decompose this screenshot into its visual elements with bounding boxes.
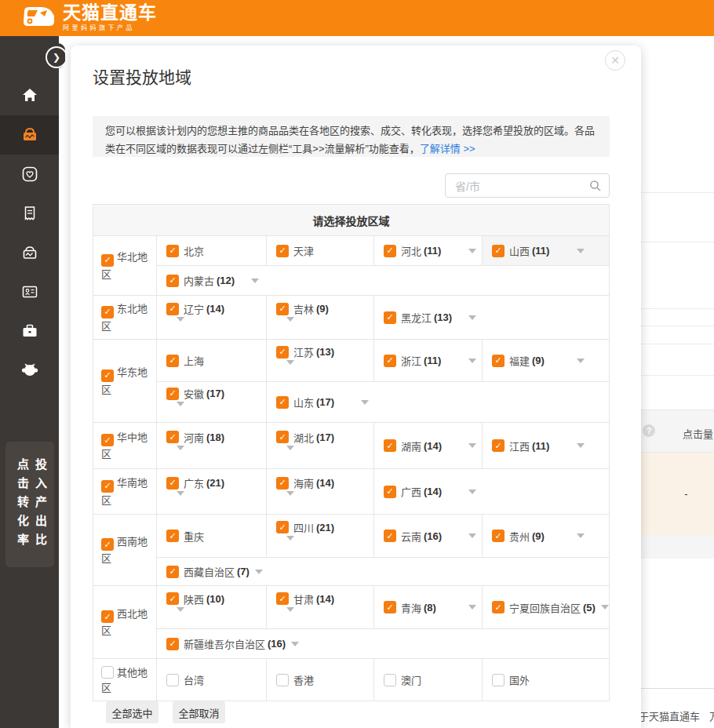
checkbox[interactable]: ✓ <box>492 601 505 613</box>
sidebar-item-id-card[interactable] <box>0 272 59 311</box>
checkbox[interactable]: ✓ <box>166 355 179 367</box>
select-all-button[interactable]: 全部选中 <box>106 701 158 723</box>
province-cell[interactable]: ✓河北(11) <box>374 236 483 265</box>
chevron-down-icon[interactable] <box>291 642 299 646</box>
checkbox[interactable]: ✓ <box>384 486 396 498</box>
checkbox[interactable]: ✓ <box>166 477 179 490</box>
checkbox[interactable]: ✓ <box>276 396 289 409</box>
chevron-down-icon[interactable] <box>177 317 184 333</box>
chevron-down-icon[interactable] <box>361 400 369 405</box>
chevron-down-icon[interactable] <box>601 605 609 610</box>
province-cell[interactable]: 台湾 <box>157 659 267 701</box>
chevron-down-icon[interactable] <box>177 607 184 624</box>
checkbox[interactable]: ✓ <box>166 638 179 650</box>
chevron-down-icon[interactable] <box>286 491 294 508</box>
checkbox[interactable]: ✓ <box>101 538 114 551</box>
checkbox[interactable]: ✓ <box>276 477 289 490</box>
sidebar-item-bills[interactable] <box>0 194 59 233</box>
checkbox[interactable]: ✓ <box>101 306 114 318</box>
region-label-cell[interactable]: ✓西南地区 <box>93 515 157 585</box>
checkbox[interactable]: ✓ <box>384 245 396 257</box>
sidebar-item-favorites[interactable] <box>0 155 59 194</box>
sidebar-item-campaign[interactable] <box>0 115 59 155</box>
checkbox[interactable]: ✓ <box>384 601 396 613</box>
chevron-down-icon[interactable] <box>468 315 476 320</box>
checkbox[interactable]: ✓ <box>492 530 505 542</box>
checkbox[interactable]: ✓ <box>276 431 289 443</box>
close-icon[interactable]: ✕ <box>605 50 625 71</box>
province-cell[interactable]: ✓湖南(14) <box>374 423 483 468</box>
region-label-cell[interactable]: ✓华南地区 <box>93 469 157 514</box>
province-cell[interactable]: ✓浙江(11) <box>374 340 483 381</box>
chevron-down-icon[interactable] <box>177 402 184 418</box>
province-cell[interactable]: ✓山东(17) <box>267 382 609 422</box>
checkbox[interactable]: ✓ <box>276 303 289 315</box>
province-cell[interactable]: ✓福建(9) <box>483 340 609 381</box>
sidebar-item-shop-analytics[interactable] <box>0 233 59 272</box>
province-cell[interactable]: ✓广西(14) <box>374 469 609 514</box>
checkbox[interactable]: ✓ <box>166 530 179 542</box>
help-icon[interactable]: ? <box>643 424 655 437</box>
checkbox[interactable]: ✓ <box>166 388 179 400</box>
province-cell[interactable]: ✓黑龙江(13) <box>374 296 609 339</box>
checkbox[interactable] <box>276 674 289 686</box>
province-cell[interactable]: 澳门 <box>374 659 483 701</box>
province-cell[interactable]: ✓河南(18) <box>157 423 267 468</box>
sidebar-item-tmall-cat[interactable] <box>0 351 59 390</box>
province-cell[interactable]: ✓江苏(13) <box>267 340 374 381</box>
chevron-down-icon[interactable] <box>468 533 476 538</box>
province-cell[interactable]: ✓西藏自治区(7) <box>157 558 609 585</box>
checkbox[interactable]: ✓ <box>384 355 396 367</box>
chevron-down-icon[interactable] <box>468 605 476 610</box>
chevron-down-icon[interactable] <box>286 360 294 377</box>
province-cell[interactable]: ✓云南(16) <box>374 515 483 557</box>
chevron-down-icon[interactable] <box>255 570 263 574</box>
region-label-cell[interactable]: ✓华东地区 <box>93 340 157 422</box>
sidebar-expand-button[interactable]: ❯ <box>46 46 67 68</box>
chevron-down-icon[interactable] <box>177 446 184 462</box>
chevron-down-icon[interactable] <box>251 278 259 283</box>
province-cell[interactable]: ✓广东(21) <box>157 469 267 514</box>
region-label-cell[interactable]: ✓华北地区 <box>93 236 157 295</box>
logo[interactable]: 天猫直通车 阿里妈妈旗下产品 <box>20 3 157 31</box>
checkbox[interactable]: ✓ <box>384 530 396 542</box>
search-icon[interactable] <box>589 180 602 192</box>
province-cell[interactable]: ✓内蒙古(12) <box>157 266 609 295</box>
province-cell[interactable]: ✓陕西(10) <box>157 586 267 628</box>
province-cell[interactable]: ✓新疆维吾尔自治区(16) <box>157 629 609 658</box>
province-cell[interactable]: ✓四川(21) <box>267 515 374 557</box>
checkbox[interactable]: ✓ <box>276 245 289 257</box>
province-cell[interactable]: ✓重庆 <box>157 515 267 557</box>
checkbox[interactable] <box>492 674 505 686</box>
province-cell[interactable]: ✓上海 <box>157 340 267 381</box>
checkbox[interactable]: ✓ <box>384 439 396 452</box>
checkbox[interactable]: ✓ <box>101 369 114 382</box>
province-cell[interactable]: ✓青海(8) <box>374 586 483 628</box>
checkbox[interactable]: ✓ <box>101 480 114 493</box>
checkbox[interactable]: ✓ <box>166 275 179 287</box>
chevron-down-icon[interactable] <box>286 446 294 462</box>
checkbox[interactable]: ✓ <box>166 303 179 315</box>
province-cell[interactable]: ✓宁夏回族自治区(5) <box>483 586 609 628</box>
sidebar-item-briefcase[interactable] <box>0 311 59 351</box>
chevron-down-icon[interactable] <box>577 443 585 448</box>
region-label-cell[interactable]: ✓华中地区 <box>93 423 157 468</box>
province-cell[interactable]: ✓北京 <box>157 236 267 265</box>
province-cell[interactable]: ✓吉林(9) <box>267 296 374 339</box>
chevron-down-icon[interactable] <box>286 536 294 552</box>
info-detail-link[interactable]: 了解详情 >> <box>420 143 475 155</box>
province-cell[interactable]: ✓甘肃(14) <box>267 586 374 628</box>
province-cell[interactable]: ✓山西(11) <box>483 236 609 265</box>
province-cell[interactable]: ✓海南(14) <box>267 469 374 514</box>
checkbox[interactable]: ✓ <box>276 346 289 359</box>
checkbox[interactable]: ✓ <box>276 592 289 605</box>
sidebar-item-home[interactable] <box>0 75 59 115</box>
checkbox[interactable]: ✓ <box>166 431 179 443</box>
province-cell[interactable]: ✓安徽(17) <box>157 382 267 422</box>
checkbox[interactable]: ✓ <box>101 610 114 623</box>
chevron-down-icon[interactable] <box>177 491 184 508</box>
region-label-cell[interactable]: ✓东北地区 <box>93 296 157 339</box>
checkbox[interactable]: ✓ <box>166 245 179 257</box>
checkbox[interactable]: ✓ <box>492 245 505 257</box>
checkbox[interactable]: ✓ <box>101 434 114 446</box>
